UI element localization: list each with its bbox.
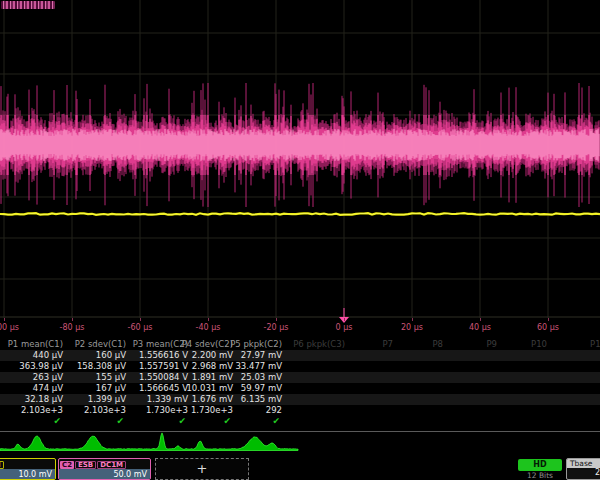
- table-row: P1 mean(C1)P2 sdev(C1)P3 mean(C2)P4 sdev…: [0, 339, 600, 350]
- hd-mode-badge[interactable]: HD: [518, 459, 562, 471]
- tbase-value: 20.0 µs: [567, 468, 600, 478]
- channel-c1-descriptor[interactable]: C1 DC1M 10.0 mV: [0, 458, 56, 480]
- param-header[interactable]: P7: [382, 339, 393, 350]
- tbase-label: Tbase: [567, 459, 600, 468]
- param-value: 25.03 mV: [241, 372, 282, 383]
- axis-tick: [412, 318, 413, 321]
- param-value: 1.566645 V: [139, 383, 188, 394]
- param-value: ✔: [272, 416, 280, 427]
- axis-label: -20 µs: [264, 323, 289, 332]
- c2-label-badge: C2: [60, 461, 74, 469]
- param-header[interactable]: P6 pkpk(C3): [293, 339, 345, 350]
- param-header[interactable]: P3 mean(C2): [133, 339, 188, 350]
- param-value: 167 µV: [96, 383, 126, 394]
- param-value: 2.200 mV: [192, 350, 233, 361]
- param-value: ✔: [116, 416, 124, 427]
- time-axis: -100 µs-80 µs-60 µs-40 µs-20 µs0 µs20 µs…: [0, 318, 600, 338]
- c1-scale-value: 10.0 mV: [0, 469, 55, 479]
- axis-tick: [276, 318, 277, 321]
- param-value: 1.730e+3: [146, 405, 188, 416]
- axis-label: -100 µs: [0, 323, 19, 332]
- axis-label: -40 µs: [196, 323, 221, 332]
- param-value: 6.135 mV: [241, 394, 282, 405]
- table-row: 474 µV167 µV1.566645 V10.031 mV59.97 mV: [0, 383, 600, 394]
- histogram-strip[interactable]: [0, 432, 600, 458]
- param-value: 1.399 µV: [88, 394, 126, 405]
- param-value: 1.556616 V: [139, 350, 188, 361]
- axis-label: -60 µs: [128, 323, 153, 332]
- table-row: 32.18 µV1.399 µV1.339 mV1.676 mV6.135 mV: [0, 394, 600, 405]
- c2-scale-value: 50.0 mV: [59, 469, 150, 479]
- param-value: 440 µV: [33, 350, 63, 361]
- param-value: 2.103e+3: [84, 405, 126, 416]
- param-header[interactable]: P9: [486, 339, 497, 350]
- axis-label: 0 µs: [336, 323, 353, 332]
- axis-label: -80 µs: [60, 323, 85, 332]
- param-header[interactable]: P1 mean(C1): [8, 339, 63, 350]
- param-value: 10.031 mV: [186, 383, 233, 394]
- axis-label: 60 µs: [537, 323, 559, 332]
- c1-coupling-badge: DC1M: [0, 461, 4, 469]
- param-header[interactable]: P11: [590, 339, 600, 350]
- param-value: 158.308 µV: [77, 361, 126, 372]
- histogram-trace: [0, 432, 600, 458]
- param-value: 1.339 mV: [147, 394, 188, 405]
- param-value: 1.730e+3: [191, 405, 233, 416]
- param-value: 33.477 mV: [235, 361, 282, 372]
- axis-tick: [4, 318, 5, 321]
- axis-label: 40 µs: [469, 323, 491, 332]
- param-header[interactable]: P5 pkpk(C2): [230, 339, 282, 350]
- param-value: 1.550084 V: [139, 372, 188, 383]
- axis-tick: [208, 318, 209, 321]
- timebase-descriptor[interactable]: Tbase 20.0 µs: [566, 458, 600, 480]
- param-header[interactable]: P2 sdev(C1): [75, 339, 126, 350]
- c2-bandwidth-badge: ESB: [75, 461, 96, 469]
- table-row: 440 µV160 µV1.556616 V2.200 mV27.97 mV: [0, 350, 600, 361]
- param-value: ✔: [178, 416, 186, 427]
- table-row: 2.103e+32.103e+31.730e+31.730e+3292: [0, 405, 600, 416]
- param-header[interactable]: P4 sdev(C2): [182, 339, 233, 350]
- axis-label: 20 µs: [401, 323, 423, 332]
- c2-coupling-badge: DC1M: [97, 461, 126, 469]
- axis-tick: [548, 318, 549, 321]
- param-value: 1.676 mV: [192, 394, 233, 405]
- hd-bits-label: 12 Bits: [518, 471, 562, 480]
- add-trace-button[interactable]: +: [155, 458, 249, 480]
- oscilloscope-screen: -100 µs-80 µs-60 µs-40 µs-20 µs0 µs20 µs…: [0, 0, 600, 480]
- param-value: 1.557591 V: [139, 361, 188, 372]
- bottom-bar: C1 DC1M 10.0 mV C2 ESB DC1M 50.0 mV + HD…: [0, 458, 600, 480]
- axis-tick: [480, 318, 481, 321]
- param-value: ✔: [223, 416, 231, 427]
- waveform-canvas: [0, 0, 600, 318]
- param-header[interactable]: P10: [531, 339, 547, 350]
- param-value: 160 µV: [96, 350, 126, 361]
- axis-tick: [140, 318, 141, 321]
- param-value: 2.968 mV: [192, 361, 233, 372]
- param-value: 474 µV: [33, 383, 63, 394]
- param-header[interactable]: P8: [432, 339, 443, 350]
- param-value: 1.891 mV: [192, 372, 233, 383]
- param-value: 2.103e+3: [21, 405, 63, 416]
- param-value: 363.98 µV: [19, 361, 63, 372]
- param-value: 59.97 mV: [241, 383, 282, 394]
- top-left-badge: [1, 1, 55, 9]
- waveform-display[interactable]: [0, 0, 600, 318]
- param-value: 27.97 mV: [241, 350, 282, 361]
- axis-tick: [72, 318, 73, 321]
- measure-table: P1 mean(C1)P2 sdev(C1)P3 mean(C2)P4 sdev…: [0, 339, 600, 431]
- param-value: 32.18 µV: [25, 394, 63, 405]
- param-value: 263 µV: [33, 372, 63, 383]
- param-value: 292: [266, 405, 282, 416]
- axis-tick: [344, 318, 345, 321]
- table-row: 263 µV155 µV1.550084 V1.891 mV25.03 mV: [0, 372, 600, 383]
- param-value: ✔: [53, 416, 61, 427]
- table-row: 363.98 µV158.308 µV1.557591 V2.968 mV33.…: [0, 361, 600, 372]
- table-row: ✔✔✔✔✔: [0, 416, 600, 427]
- param-value: 155 µV: [96, 372, 126, 383]
- channel-c2-descriptor[interactable]: C2 ESB DC1M 50.0 mV: [58, 458, 151, 480]
